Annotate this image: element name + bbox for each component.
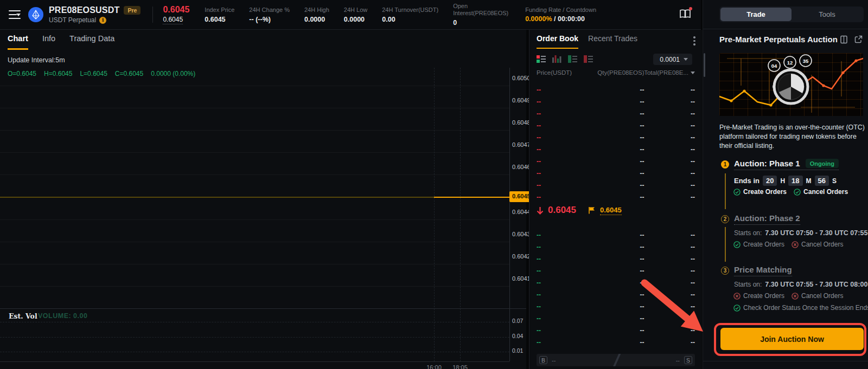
bid-row[interactable]: ------ bbox=[537, 325, 695, 336]
panel-title: Pre-Market Perpetuals Auction bbox=[719, 35, 838, 44]
phase-2-schedule: Starts on:7.30 UTC 07:50 - 7.30 UTC 07:5… bbox=[734, 229, 867, 237]
chart-panel: Chart Info Trading Data Update Interval:… bbox=[0, 30, 526, 369]
phase-3-schedule: Starts on:7.30 UTC 07:55 - 7.30 UTC 08:0… bbox=[734, 281, 867, 288]
ask-row[interactable]: ------ bbox=[537, 167, 695, 179]
phase-2-title[interactable]: Auction: Phase 2 bbox=[734, 213, 800, 225]
volume-tick: 0.07 bbox=[512, 318, 523, 333]
join-auction-now-button[interactable]: Join Auction Now bbox=[720, 328, 864, 350]
col-qty: Qty(PRE08EOS) bbox=[587, 69, 644, 76]
bid-row[interactable]: ------ bbox=[537, 253, 695, 265]
ask-row[interactable]: ------ bbox=[537, 156, 695, 167]
volume-tick: 0.01 bbox=[512, 347, 523, 362]
symbol-block[interactable]: PRE08EOSUSDT Pre USDT Perpetual i bbox=[49, 5, 141, 24]
bid-row[interactable]: ------ bbox=[537, 313, 695, 325]
permission-item: Cancel Orders bbox=[792, 292, 843, 300]
tab-trading-data[interactable]: Trading Data bbox=[69, 34, 114, 50]
bid-row[interactable]: ------ bbox=[537, 241, 695, 253]
ohlc-value: O=0.6045 bbox=[8, 70, 36, 77]
flag-icon[interactable] bbox=[588, 206, 596, 214]
view-bids-only-icon[interactable] bbox=[568, 55, 577, 63]
tab-info[interactable]: Info bbox=[42, 34, 55, 50]
notification-dot bbox=[689, 7, 692, 10]
ask-row[interactable]: ------ bbox=[537, 84, 695, 96]
cross-circle-icon bbox=[792, 293, 799, 300]
volume-tick: 0.04 bbox=[512, 333, 523, 348]
document-icon[interactable] bbox=[840, 35, 848, 44]
mark-price[interactable]: 0.6045 bbox=[163, 16, 183, 24]
orderbook-menu-icon[interactable] bbox=[693, 36, 695, 47]
col-price: Price(USDT) bbox=[537, 69, 587, 76]
trade-side-panel: Trade Tools Pre-Market Perpetuals Auctio… bbox=[703, 0, 868, 369]
countdown-seconds: 56 bbox=[815, 176, 829, 186]
orderbook-layout-toggle-icon[interactable] bbox=[679, 9, 691, 21]
contract-type: USDT Perpetual bbox=[49, 16, 96, 24]
ask-row[interactable]: ------ bbox=[537, 132, 695, 144]
price-down-arrow-icon bbox=[537, 206, 544, 215]
divider bbox=[152, 7, 153, 23]
hamburger-menu-icon[interactable] bbox=[9, 10, 21, 19]
ask-row[interactable]: ------ bbox=[537, 144, 695, 156]
check-circle-icon bbox=[733, 189, 741, 196]
permission-item: Cancel Orders bbox=[792, 241, 843, 248]
ask-rows: ------ ------ ------ ------ ------ -----… bbox=[529, 84, 702, 203]
tab-tools[interactable]: Tools bbox=[792, 8, 863, 21]
ask-row[interactable]: ------ bbox=[537, 108, 695, 120]
price-axis-line bbox=[509, 68, 510, 361]
symbol-name: PRE08EOSUSDT bbox=[49, 5, 119, 15]
check-circle-icon bbox=[733, 305, 741, 312]
tab-trade[interactable]: Trade bbox=[720, 8, 792, 21]
scrollbar[interactable] bbox=[704, 53, 705, 77]
col-total[interactable]: Total(PRE08E... bbox=[644, 69, 695, 76]
chevron-down-icon bbox=[684, 58, 688, 61]
countdown-minutes: 18 bbox=[788, 176, 802, 186]
bid-row[interactable]: ------ bbox=[537, 229, 695, 241]
orderbook-panel: Order Book Recent Trades 0.0001 Price(US… bbox=[529, 30, 702, 369]
divider bbox=[703, 29, 868, 29]
time-axis-line bbox=[0, 361, 509, 362]
phase-1-countdown: Ends in 20H 18M 56S bbox=[734, 176, 837, 186]
ask-row[interactable]: ------ bbox=[537, 96, 695, 108]
bid-row[interactable]: ------ bbox=[537, 289, 695, 301]
ratio-divider bbox=[612, 354, 622, 366]
pre-badge: Pre bbox=[124, 6, 141, 15]
view-depth-bars-icon[interactable] bbox=[552, 55, 561, 63]
funding-rate-stat: Funding Rate / Countdown 0.0000% / 00:00… bbox=[525, 7, 596, 23]
price-grouping-dropdown[interactable]: 0.0001 bbox=[653, 54, 692, 65]
permission-item: Create Orders bbox=[733, 188, 787, 196]
divider bbox=[703, 361, 868, 361]
tab-recent-trades[interactable]: Recent Trades bbox=[588, 34, 637, 49]
svg-text:35: 35 bbox=[803, 58, 809, 64]
view-both-sides-icon[interactable] bbox=[537, 55, 546, 63]
auction-description: Pre-Market Trading is an over-the-counte… bbox=[719, 123, 865, 151]
price-line-history bbox=[0, 197, 434, 198]
mark-price-flag-value[interactable]: 0.6045 bbox=[600, 206, 622, 215]
orderbook-view-icons bbox=[537, 55, 593, 63]
permission-item: Cancel Orders bbox=[794, 188, 848, 196]
ticker-stat: 24H Change % -- (--%) bbox=[249, 7, 290, 23]
ask-row[interactable]: ------ bbox=[537, 120, 695, 132]
phase-2-permissions: Create Orders Cancel Orders bbox=[733, 241, 847, 248]
ticker-stat: 24H Low 0.0000 bbox=[344, 7, 367, 23]
phase-3-step-marker: 3 bbox=[721, 267, 729, 275]
auction-banner-image: 04 12 35 bbox=[719, 53, 863, 116]
last-traded-price[interactable]: 0.6045 bbox=[548, 205, 576, 216]
external-link-icon[interactable] bbox=[854, 35, 863, 43]
tab-order-book[interactable]: Order Book bbox=[537, 34, 578, 49]
ticker-stat: Index Price 0.6045 bbox=[205, 7, 234, 23]
price-line-current bbox=[434, 197, 509, 198]
info-icon[interactable]: i bbox=[99, 17, 106, 24]
volume-axis-ticks: 0.070.040.01 bbox=[512, 318, 523, 362]
bid-row[interactable]: ------ bbox=[537, 336, 695, 348]
phase-3-title[interactable]: Price Matching bbox=[734, 265, 792, 276]
bid-row[interactable]: ------ bbox=[537, 301, 695, 313]
buy-badge: B bbox=[539, 356, 547, 364]
bid-row[interactable]: ------ bbox=[537, 277, 695, 289]
tab-chart[interactable]: Chart bbox=[8, 34, 28, 50]
ask-row[interactable]: ------ bbox=[537, 179, 695, 191]
phase-1-title[interactable]: Auction: Phase 1Ongoing bbox=[734, 159, 839, 170]
bid-row[interactable]: ------ bbox=[537, 265, 695, 277]
permission-item: Create Orders bbox=[733, 292, 784, 300]
view-asks-only-icon[interactable] bbox=[584, 55, 593, 63]
ask-row[interactable]: ------ bbox=[537, 191, 695, 203]
ohlc-value: L=0.6045 bbox=[80, 70, 107, 77]
